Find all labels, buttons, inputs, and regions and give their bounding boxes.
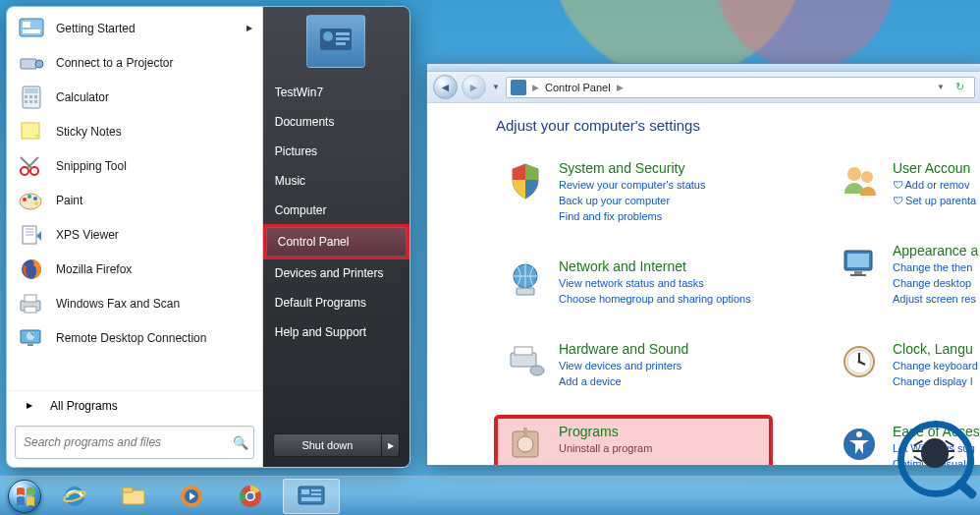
category-title[interactable]: System and Security [559,160,684,176]
users-icon [838,159,881,202]
window-titlebar[interactable] [427,64,980,72]
nav-back-button[interactable]: ◄ [433,75,458,99]
address-bar-row: ◄ ► ▼ ▶ Control Panel ▶ ▼ ↻ [427,72,980,103]
program-label: Windows Fax and Scan [56,297,180,311]
breadcrumb-sep-icon[interactable]: ▶ [615,83,626,92]
start-menu-right-pane: TestWin7 Documents Pictures Music Comput… [263,7,409,467]
category-link[interactable]: Uninstall a program [559,440,652,456]
ease-of-access-icon [838,423,881,465]
svg-rect-7 [25,95,27,98]
breadcrumb-item[interactable]: Control Panel [545,82,611,93]
right-link-help-support[interactable]: Help and Support [263,317,409,347]
program-paint[interactable]: Paint [7,183,262,217]
svg-point-43 [861,171,873,183]
shutdown-options-arrow-icon[interactable]: ▶ [381,434,399,456]
svg-point-38 [530,366,544,375]
program-calculator[interactable]: Calculator [7,80,262,114]
program-getting-started[interactable]: Getting Started ▶ [7,11,262,45]
right-link-devices-printers[interactable]: Devices and Printers [263,258,409,288]
svg-point-61 [247,492,254,499]
shutdown-label: Shut down [274,434,381,456]
category-link[interactable]: Review your computer's status [559,177,705,193]
start-menu-left-pane: Getting Started ▶ Connect to a Projector… [7,7,263,467]
program-firefox[interactable]: Mozilla Firefox [7,252,262,286]
breadcrumb-sep-icon: ▶ [530,83,541,92]
category-link[interactable]: 🛡 Add or remov [893,177,976,193]
svg-rect-46 [854,271,862,274]
program-connect-projector[interactable]: Connect to a Projector [7,45,262,80]
search-input[interactable] [16,435,228,449]
svg-point-17 [23,198,27,201]
program-xps-viewer[interactable]: XPS Viewer [7,217,262,252]
category-link[interactable]: 🛡 Set up parenta [893,193,976,208]
program-sticky-notes[interactable]: Sticky Notes [7,114,262,148]
appearance-icon [838,242,881,285]
all-programs-arrow-icon: ▶ [27,401,32,410]
category-link[interactable]: Find and fix problems [559,208,705,224]
nav-forward-button[interactable]: ► [462,75,486,99]
taskbar-control-panel[interactable] [283,479,340,514]
category-link[interactable]: View network status and tasks [559,275,751,291]
start-button[interactable] [4,477,45,516]
svg-rect-6 [25,88,38,93]
address-dropdown-icon[interactable]: ▼ [937,83,945,91]
program-fax-scan[interactable]: Windows Fax and Scan [7,286,262,320]
category-network-internet: Network and Internet View network status… [496,252,771,315]
network-icon [504,258,547,301]
right-link-control-panel[interactable]: Control Panel [263,224,409,259]
category-link[interactable]: Back up your computer [559,193,705,208]
category-link[interactable]: Choose homegroup and sharing options [559,291,751,307]
svg-rect-24 [25,295,36,302]
getting-started-icon [17,16,46,41]
all-programs[interactable]: ▶ All Programs [7,390,262,420]
svg-rect-25 [25,307,36,313]
shutdown-button[interactable]: Shut down ▶ [273,433,400,457]
category-clock-language: Clock, Langu Change keyboard Change disp… [830,334,980,397]
category-link[interactable]: Change desktop [893,275,978,291]
control-panel-icon [511,80,526,95]
category-title[interactable]: Network and Internet [559,258,686,274]
program-label: Calculator [56,90,109,104]
category-link[interactable]: Change display l [893,373,978,389]
right-link-pictures[interactable]: Pictures [263,137,409,166]
clock-icon [838,340,881,383]
taskbar-media-player[interactable] [165,479,222,514]
category-title[interactable]: Hardware and Sound [559,341,688,357]
program-label: Snipping Tool [56,159,127,173]
right-link-music[interactable]: Music [263,166,409,196]
refresh-icon[interactable]: ↻ [949,81,970,93]
search-box[interactable]: 🔍 [15,426,254,459]
svg-point-14 [21,167,28,175]
category-link[interactable]: Change the then [893,259,978,275]
category-title[interactable]: Appearance a [893,243,978,258]
search-icon[interactable]: 🔍 [228,435,253,450]
category-link[interactable]: View devices and printers [559,358,688,373]
all-programs-label: All Programs [50,399,118,413]
address-bar[interactable]: ▶ Control Panel ▶ ▼ ↻ [506,77,975,98]
category-link[interactable]: Add a device [559,373,688,389]
right-link-computer[interactable]: Computer [263,196,409,225]
category-title[interactable]: Programs [559,424,619,439]
category-system-security: System and Security Review your computer… [496,153,771,232]
taskbar-ie[interactable] [47,479,104,514]
fax-scan-icon [17,291,46,316]
category-title[interactable]: Clock, Langu [893,341,973,357]
user-name-link[interactable]: TestWin7 [263,78,409,107]
program-snipping-tool[interactable]: Snipping Tool [7,148,262,183]
svg-rect-10 [25,100,27,103]
program-label: Paint [56,194,82,207]
category-title[interactable]: User Accoun [893,160,970,176]
category-programs: Programs Uninstall a program [496,417,771,465]
category-link[interactable]: Adjust screen res [893,291,978,307]
taskbar-chrome[interactable] [224,479,281,514]
program-label: Sticky Notes [56,125,122,139]
taskbar-explorer[interactable] [106,479,163,514]
program-remote-desktop[interactable]: Remote Desktop Connection [7,320,262,355]
snipping-tool-icon [17,153,46,179]
svg-point-30 [323,31,333,41]
category-link[interactable]: Change keyboard [893,358,978,373]
nav-history-dropdown[interactable]: ▼ [490,83,502,91]
user-avatar[interactable] [306,15,365,68]
right-link-documents[interactable]: Documents [263,107,409,137]
right-link-default-programs[interactable]: Default Programs [263,288,409,317]
